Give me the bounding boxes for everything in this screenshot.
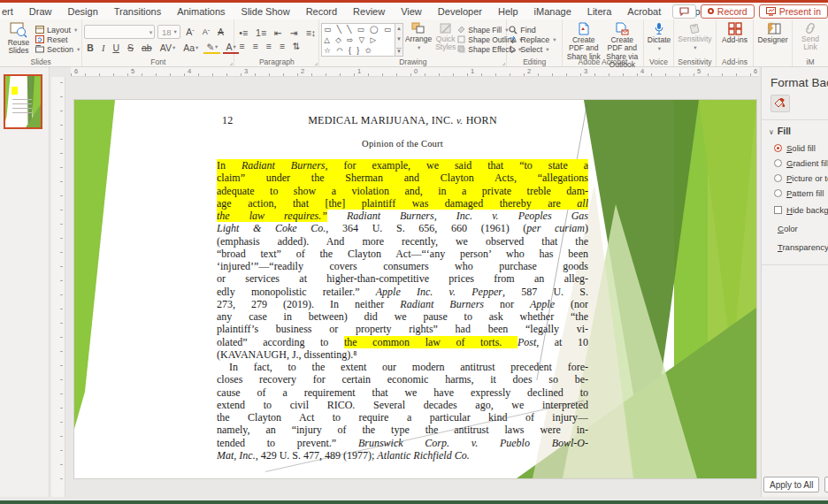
alignment-tool-1[interactable]: ≡ (236, 41, 247, 51)
tab-developer[interactable]: Developer (430, 3, 490, 19)
font-dialog-launcher[interactable]: ⌟ (230, 58, 234, 66)
create-pdf-share-link-button[interactable]: Create PDF and Share link (564, 21, 603, 57)
add-ins-button[interactable]: Add-ins (718, 21, 751, 57)
reset-button[interactable]: Reset (35, 35, 80, 44)
tab-animations[interactable]: Animations (169, 3, 233, 19)
tab-imanage[interactable]: iManage (526, 3, 579, 19)
find-button[interactable]: Find (509, 26, 556, 34)
dictate-button[interactable]: Dictate ▾ (646, 21, 672, 57)
ruler-number: 3 (244, 67, 248, 75)
fill-section-header[interactable]: ∨Fill (769, 126, 828, 136)
font-size-combobox[interactable]: 18▾ (157, 25, 180, 39)
checkbox-icon (774, 206, 782, 214)
tab-litera[interactable]: Litera (579, 3, 620, 19)
radio-icon (774, 174, 782, 182)
create-pdf-outlook-button[interactable]: Create PDF and Share via Outlook (603, 21, 642, 57)
change-case-button[interactable]: Aa▾ (180, 42, 201, 53)
document-line: In fact, to the extent our modern antitr… (217, 361, 588, 373)
document-text: age action, that [the] plaintiff was dam… (217, 197, 577, 210)
horizontal-ruler[interactable]: 6543210123456 (71, 67, 759, 77)
document-text: nor (484, 298, 530, 310)
fill-option-pattern-fill[interactable]: Pattern fill (774, 188, 828, 198)
tab-help[interactable]: Help (490, 3, 526, 19)
paragraph-tool-1[interactable]: •≡ (236, 27, 250, 38)
paragraph-dialog-launcher[interactable]: ⌟ (315, 58, 318, 66)
tab-acrobat[interactable]: Acrobat (619, 3, 669, 19)
tab-view[interactable]: View (393, 3, 430, 19)
tab-record[interactable]: Record (298, 3, 345, 19)
paragraph-tool-4[interactable]: ⇥ (288, 27, 301, 38)
shape-gallery-scrollbar[interactable]: ▲ ▼ ▼ (395, 23, 403, 57)
fill-option-picture-or-texture-fill[interactable]: Picture or texture fill (774, 173, 828, 183)
reset-background-button[interactable]: Reset Background (824, 477, 828, 493)
apply-to-all-button[interactable]: Apply to All (763, 477, 819, 493)
quick-styles-button[interactable]: Quick Styles (433, 21, 457, 57)
decrease-font-button[interactable]: Aˇ (200, 27, 212, 36)
paragraph-tool-5[interactable]: ≡↕ (303, 27, 318, 38)
paragraph-tool-3[interactable]: ⇤ (272, 27, 285, 38)
replace-button[interactable]: Replace▾ (509, 35, 556, 44)
alignment-tool-5[interactable]: ⇅ (290, 41, 303, 51)
tab-ert[interactable]: ert (0, 3, 21, 19)
document-line: extend to civil RICO. Several decades ag… (217, 399, 588, 411)
alignment-tool-3[interactable]: ≡ (264, 41, 274, 51)
tab-transitions[interactable]: Transitions (106, 3, 169, 19)
ruler-number: 4 (640, 67, 644, 75)
send-link-button[interactable]: Send Link (794, 21, 826, 57)
designer-button[interactable]: Designer (755, 21, 790, 57)
italic-button[interactable]: I (99, 43, 108, 53)
slide-thumbnail[interactable] (4, 74, 42, 129)
text-highlight-button[interactable]: ✎▾ (203, 42, 220, 54)
sensitivity-button[interactable]: Sensitivity ▾ (676, 21, 714, 57)
text-shadow-button[interactable]: ab (139, 42, 155, 53)
section-button[interactable]: Section▾ (35, 45, 80, 54)
present-in-button[interactable]: Present in (759, 4, 828, 19)
bold-button[interactable]: B (84, 42, 96, 53)
reuse-slides-icon (10, 22, 27, 38)
drawing-dialog-launcher[interactable]: ⌟ (502, 58, 506, 66)
document-text: , 429 U. S. 477, 489 (1977); (256, 449, 378, 462)
document-text: adequate to show a violation and, in a p… (217, 185, 588, 197)
tab-slide-show[interactable]: Slide Show (234, 3, 298, 19)
strikethrough-button[interactable]: S (125, 42, 136, 53)
sensitivity-badge-icon (689, 22, 702, 34)
select-button[interactable]: Select▾ (509, 45, 556, 54)
reset-icon (35, 35, 44, 43)
character-spacing-button[interactable]: AV▾ (157, 42, 179, 53)
comments-button[interactable] (672, 4, 696, 19)
paragraph-group: •≡1≡⇤⇥≡↕ ≡≡≡≡⇅ Paragraph ⌟ (234, 19, 319, 66)
document-line: namely, an “injury of the type the antit… (217, 424, 588, 436)
titlebar-actions: Record Present in (672, 3, 828, 19)
paragraph-tool-2[interactable]: 1≡ (253, 27, 269, 38)
document-text: Mat, Inc. (217, 449, 256, 462)
clear-formatting-button[interactable]: A (215, 27, 226, 37)
tab-design[interactable]: Design (60, 3, 106, 19)
reuse-slides-button[interactable]: Reuse Slides (2, 21, 35, 57)
document-text: In fact, to the extent our modern antitr… (229, 361, 588, 373)
layout-button[interactable]: Layout▾ (35, 26, 80, 34)
hide-background-checkbox[interactable]: Hide background graphics (774, 205, 828, 215)
drawing-group: ▭ ╲ ╲ ▭ ◯ ▭△ ◇ ⇨ ▽ ▷☆ ◠ { } ✩ ▲ ▼ ▼ Arra… (319, 19, 507, 66)
color-label[interactable]: Color (778, 224, 828, 233)
document-text: , 587 U. S. (502, 286, 588, 298)
document-text: Apple Inc. v. Pepper (376, 286, 502, 298)
shape-gallery[interactable]: ▭ ╲ ╲ ▭ ◯ ▭△ ◇ ⇨ ▽ ▷☆ ◠ { } ✩ (321, 23, 395, 57)
transparency-label[interactable]: Transparency (778, 242, 828, 252)
font-name-combobox[interactable]: ▾ (84, 25, 155, 39)
fill-option-solid-fill[interactable]: Solid fill (774, 143, 828, 153)
document-text: “broad text” of the Clayton Act—“‘any pe… (217, 248, 588, 260)
arrange-button[interactable]: Arrange ▾ (403, 21, 433, 57)
present-label: Present in (779, 6, 821, 17)
increase-font-button[interactable]: Aˆ (183, 27, 196, 37)
tab-draw[interactable]: Draw (21, 3, 60, 19)
vertical-ruler[interactable] (51, 77, 65, 497)
slide[interactable]: 12 MEDICAL MARIJUANA, INC. v. HORN Opini… (74, 100, 756, 478)
alignment-tool-4[interactable]: ≡ (277, 41, 288, 51)
record-button[interactable]: Record (701, 4, 755, 19)
fill-option-gradient-fill[interactable]: Gradient fill (774, 158, 828, 168)
fill-bucket-button[interactable] (770, 95, 790, 112)
underline-button[interactable]: U (110, 42, 122, 53)
alignment-tool-2[interactable]: ≡ (249, 41, 260, 51)
tab-review[interactable]: Review (345, 3, 393, 19)
document-page-image[interactable]: 12 MEDICAL MARIJUANA, INC. v. HORN Opini… (217, 111, 588, 462)
